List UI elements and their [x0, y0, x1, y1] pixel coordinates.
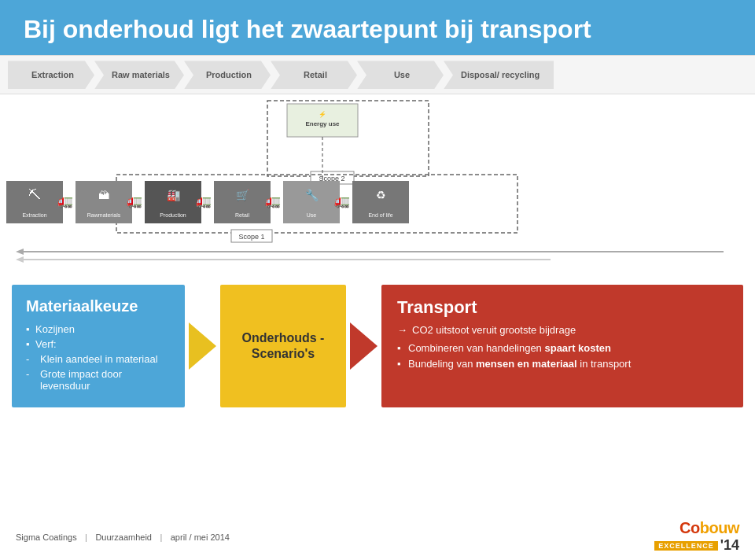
- panel-material-title: Materiaalkeuze: [26, 297, 171, 315]
- diagram-svg: ⚡ Energy use Scope 2 Scope 1 ⛏ Extractio…: [0, 94, 755, 275]
- svg-text:🛒: 🛒: [236, 189, 250, 202]
- panel-transport-list: Combineren van handelingen spaart kosten…: [397, 342, 727, 370]
- list-item-bundeling-bold: mensen en materiaal: [476, 358, 577, 370]
- list-item-kozijnen: Kozijnen: [26, 323, 171, 335]
- list-item-combineren-bold: spaart kosten: [544, 342, 611, 354]
- panel-transport: Transport CO2 uitstoot veruit grootste b…: [381, 285, 743, 407]
- lifecycle-stage-rawmaterials: Raw materials: [94, 61, 184, 89]
- lifecycle-label-use: Use: [357, 61, 444, 89]
- footer-date: april / mei 2014: [171, 532, 230, 542]
- svg-text:🚛: 🚛: [127, 193, 142, 208]
- lifecycle-label-disposal: Disposal/ recycling: [444, 61, 554, 89]
- svg-text:🔧: 🔧: [305, 189, 319, 202]
- cobouw-year: '14: [720, 537, 739, 554]
- footer-company: Sigma Coatings: [16, 532, 77, 542]
- footer-divider-2: |: [160, 532, 162, 542]
- lifecycle-label-rawmaterials: Raw materials: [94, 61, 184, 89]
- panel-material: Materiaalkeuze Kozijnen Verf: Klein aand…: [12, 285, 185, 407]
- arrow-left-middle: [185, 285, 220, 407]
- lifecycle-stage-extraction: Extraction: [8, 61, 94, 89]
- lifecycle-stage-disposal: Disposal/ recycling: [444, 61, 554, 89]
- panel-transport-title: Transport: [397, 297, 727, 318]
- svg-text:Scope 1: Scope 1: [238, 233, 264, 241]
- svg-text:Extraction: Extraction: [22, 212, 46, 218]
- list-item-verf: Verf:: [26, 338, 171, 350]
- lifecycle-stage-use: Use: [357, 61, 444, 89]
- lifecycle-stage-production: Production: [184, 61, 271, 89]
- lifecycle-label-production: Production: [184, 61, 271, 89]
- diagram-area: ⚡ Energy use Scope 2 Scope 1 ⛏ Extractio…: [0, 94, 755, 275]
- svg-text:⚡: ⚡: [319, 110, 326, 118]
- arrow-middle-right: [346, 285, 381, 407]
- bottom-panels: Materiaalkeuze Kozijnen Verf: Klein aand…: [0, 275, 755, 417]
- panel-transport-arrow-item: CO2 uitstoot veruit grootste bijdrage: [397, 324, 727, 336]
- svg-text:⛏: ⛏: [28, 188, 41, 201]
- svg-text:Energy use: Energy use: [305, 120, 340, 127]
- svg-text:🚛: 🚛: [196, 193, 212, 208]
- page-title: Bij onderhoud ligt het zwaartepunt bij t…: [24, 14, 731, 44]
- svg-text:Retail: Retail: [235, 212, 249, 218]
- panel-onderhoud: Onderhouds - Scenario's: [220, 285, 346, 407]
- footer-topic: Duurzaamheid: [95, 532, 152, 542]
- list-item-bundeling-text: Bundeling van: [408, 358, 476, 370]
- list-item-combineren-text: Combineren van handelingen: [408, 342, 544, 354]
- arrow-icon-right: [350, 322, 378, 370]
- panel-material-list: Kozijnen Verf: Klein aandeel in materiaa…: [26, 323, 171, 392]
- footer: Sigma Coatings | Duurzaamheid | april / …: [0, 519, 755, 554]
- svg-text:End of life: End of life: [368, 212, 392, 218]
- svg-marker-33: [16, 249, 24, 255]
- list-item-combineren: Combineren van handelingen spaart kosten: [397, 342, 727, 354]
- svg-text:🏔: 🏔: [98, 189, 109, 201]
- svg-text:🏭: 🏭: [167, 189, 181, 202]
- svg-text:🚛: 🚛: [57, 193, 73, 208]
- header-bar: Bij onderhoud ligt het zwaartepunt bij t…: [0, 0, 755, 55]
- lifecycle-strip: Extraction Raw materials Production Reta…: [0, 55, 755, 94]
- footer-divider-1: |: [85, 532, 87, 542]
- svg-text:Production: Production: [160, 212, 186, 218]
- list-item-grote: Grote impact door levensduur: [26, 368, 171, 392]
- lifecycle-label-retail: Retail: [271, 61, 357, 89]
- svg-text:Rawmaterials: Rawmaterials: [87, 212, 121, 218]
- arrow-icon-left: [189, 322, 216, 370]
- footer-info: Sigma Coatings | Duurzaamheid | april / …: [16, 529, 230, 543]
- panel-onderhoud-title: Onderhouds - Scenario's: [234, 330, 332, 363]
- svg-text:Use: Use: [307, 212, 317, 218]
- svg-text:🚛: 🚛: [334, 193, 350, 208]
- svg-text:🚛: 🚛: [265, 193, 281, 208]
- list-item-klein: Klein aandeel in materiaal: [26, 353, 171, 365]
- cobouw-logo: Cobouw EXCELLENCE '14: [654, 519, 739, 554]
- list-item-bundeling: Bundeling van mensen en materiaal in tra…: [397, 358, 727, 370]
- svg-marker-35: [16, 256, 24, 263]
- svg-text:♻: ♻: [376, 189, 386, 201]
- cobouw-excellence: EXCELLENCE: [654, 541, 718, 551]
- cobouw-name: Cobouw: [680, 519, 739, 537]
- lifecycle-label-extraction: Extraction: [8, 61, 94, 89]
- lifecycle-stage-retail: Retail: [271, 61, 357, 89]
- list-item-bundeling-tail: in transport: [577, 358, 632, 370]
